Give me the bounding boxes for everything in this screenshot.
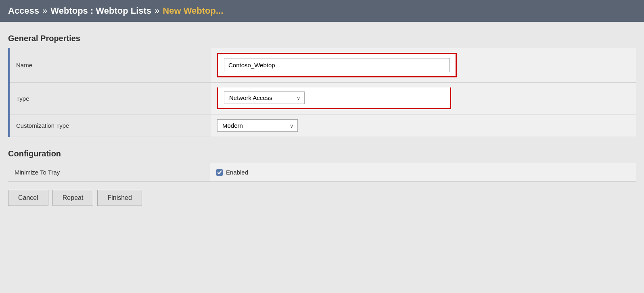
name-value-cell — [211, 48, 636, 83]
breadcrumb-webtops: Webtops : Webtop Lists — [50, 6, 151, 16]
general-properties-heading: General Properties — [8, 34, 636, 43]
customization-type-select-wrapper: Modern Standard — [217, 119, 298, 132]
breadcrumb-current: New Webtop... — [163, 6, 223, 16]
table-row-minimize-tray: Minimize To Tray Enabled — [8, 163, 636, 182]
minimize-tray-label[interactable]: Enabled — [216, 169, 629, 176]
minimize-tray-label-cell: Minimize To Tray — [8, 163, 210, 182]
breadcrumb-bar: Access » Webtops : Webtop Lists » New We… — [0, 0, 644, 22]
configuration-heading: Configuration — [8, 149, 636, 158]
main-content: General Properties Name Type — [0, 22, 644, 214]
configuration-table: Minimize To Tray Enabled — [8, 163, 636, 182]
minimize-tray-checkbox[interactable] — [216, 169, 223, 176]
cancel-button[interactable]: Cancel — [8, 190, 48, 206]
footer-buttons: Cancel Repeat Finished — [8, 190, 636, 206]
name-label-cell: Name — [9, 48, 211, 83]
name-input[interactable] — [224, 58, 450, 72]
finished-button[interactable]: Finished — [97, 190, 142, 206]
minimize-tray-value-cell: Enabled — [210, 163, 636, 182]
customization-type-label-cell: Customization Type — [9, 114, 211, 137]
breadcrumb-access: Access — [8, 6, 39, 16]
table-row-name: Name — [9, 48, 636, 83]
customization-type-value-cell: Modern Standard — [211, 114, 636, 137]
type-select-wrapper: Network Access Full Portal Access — [224, 91, 305, 104]
type-label-cell: Type — [9, 83, 211, 114]
table-row-type: Type Network Access Full Portal Access — [9, 83, 636, 114]
general-properties-table: Name Type Network Access Full — [8, 48, 636, 137]
minimize-tray-text: Enabled — [226, 169, 248, 176]
type-select[interactable]: Network Access Full Portal Access — [224, 91, 305, 104]
repeat-button[interactable]: Repeat — [52, 190, 94, 206]
type-value-cell: Network Access Full Portal Access — [211, 83, 636, 114]
customization-type-select[interactable]: Modern Standard — [217, 119, 298, 132]
table-row-customization-type: Customization Type Modern Standard — [9, 114, 636, 137]
breadcrumb-sep1: » — [42, 6, 47, 16]
breadcrumb-sep2: » — [155, 6, 159, 16]
